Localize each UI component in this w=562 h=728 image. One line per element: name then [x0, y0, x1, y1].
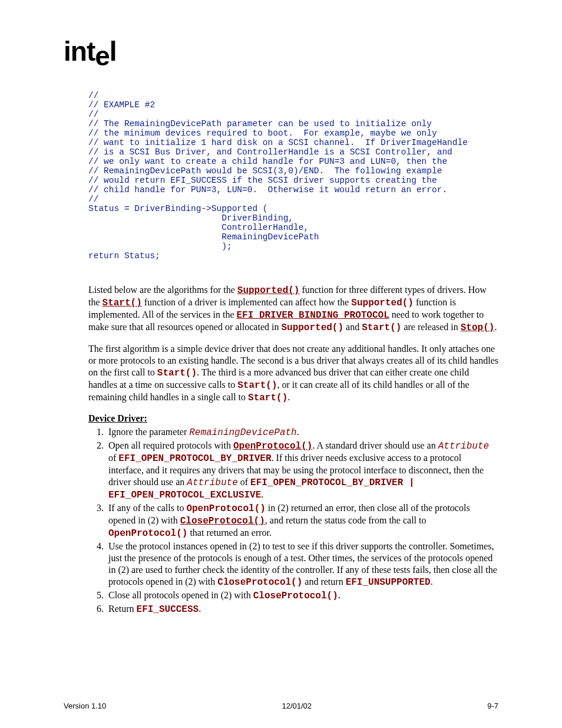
- text: .: [494, 322, 497, 332]
- footer-version: Version 1.10: [64, 701, 106, 710]
- start-link[interactable]: Start(): [103, 298, 142, 308]
- code-example-2: // // EXAMPLE #2 // // The RemainingDevi…: [88, 91, 498, 261]
- text: and: [343, 322, 362, 332]
- text: Open all required protocols with: [108, 440, 233, 450]
- text: .: [431, 577, 433, 587]
- open-protocol-link[interactable]: OpenProtocol(): [233, 441, 312, 452]
- list-item: Open all required protocols with OpenPro…: [106, 440, 498, 501]
- text: If any of the calls to: [108, 503, 186, 513]
- efi-unsupported-text: EFI_UNSUPPORTED: [346, 577, 431, 588]
- text: .: [338, 590, 340, 600]
- close-protocol-link[interactable]: CloseProtocol(): [180, 516, 265, 526]
- close-protocol-text: CloseProtocol(): [253, 591, 338, 601]
- text: Ignore the parameter: [108, 427, 189, 437]
- supported-text: Supported(): [351, 298, 414, 308]
- text: of: [108, 453, 118, 463]
- text: Close all protocols opened in (2) with: [108, 590, 253, 600]
- supported-link[interactable]: Supported(): [237, 285, 300, 296]
- stop-link[interactable]: Stop(): [461, 322, 495, 333]
- text: Listed below are the algorithms for the: [88, 285, 237, 295]
- attribute-text: Attribute: [187, 477, 237, 488]
- open-protocol-text: OpenProtocol(): [108, 528, 187, 539]
- efi-success-text: EFI_SUCCESS: [137, 604, 199, 615]
- page: intel // // EXAMPLE #2 // // The Remaini…: [0, 0, 562, 728]
- start-text: Start(): [248, 393, 287, 403]
- attribute-text: Attribute: [438, 441, 489, 452]
- supported-text: Supported(): [281, 322, 343, 333]
- remaining-device-path-text: RemainingDevicePath: [189, 427, 296, 438]
- text: .: [297, 427, 299, 437]
- section-title-device-driver: Device Driver:: [88, 413, 498, 424]
- text: .: [261, 489, 263, 499]
- list-item: Return EFI_SUCCESS.: [106, 603, 498, 615]
- text: function of a driver is implemented can …: [142, 297, 352, 307]
- page-footer: Version 1.10 12/01/02 9-7: [64, 701, 498, 710]
- list-item: Use the protocol instances opened in (2)…: [106, 541, 498, 588]
- device-driver-list: Ignore the parameter RemainingDevicePath…: [88, 426, 498, 615]
- efi-driver-binding-protocol-link[interactable]: EFI_DRIVER_BINDING_PROTOCOL: [237, 310, 389, 321]
- text: of: [238, 477, 250, 487]
- efi-open-protocol-by-driver-text: EFI_OPEN_PROTOCOL_BY_DRIVER: [118, 453, 271, 464]
- text: that returned an error.: [187, 528, 272, 538]
- start-text: Start(): [237, 380, 277, 391]
- footer-date: 12/01/02: [282, 701, 312, 710]
- close-protocol-text: CloseProtocol(): [217, 577, 302, 588]
- footer-page-number: 9-7: [487, 701, 498, 710]
- text: and return: [302, 577, 345, 587]
- list-item: Close all protocols opened in (2) with C…: [106, 589, 498, 602]
- paragraph-first-algorithm: The first algorithm is a simple device d…: [88, 343, 498, 404]
- paragraph-algorithms: Listed below are the algorithms for the …: [88, 284, 498, 334]
- list-item: If any of the calls to OpenProtocol() in…: [106, 502, 498, 539]
- text: . A standard driver should use an: [312, 440, 438, 450]
- open-protocol-text: OpenProtocol(): [186, 503, 265, 514]
- list-item: Ignore the parameter RemainingDevicePath…: [106, 426, 498, 439]
- start-text: Start(): [157, 368, 197, 378]
- text: , and return the status code from the ca…: [265, 515, 427, 525]
- start-text: Start(): [362, 322, 401, 333]
- text: .: [287, 392, 290, 402]
- intel-logo: intel: [64, 35, 498, 67]
- text: Return: [108, 604, 137, 614]
- text: .: [199, 604, 201, 614]
- text: are released in: [401, 322, 460, 332]
